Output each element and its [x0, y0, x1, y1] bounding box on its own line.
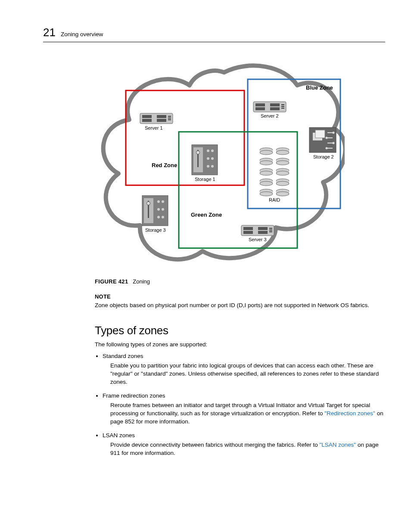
svg-point-32 [207, 165, 209, 168]
svg-point-61 [276, 150, 289, 155]
figure-caption: FIGURE 421 Zoning [95, 278, 385, 285]
green-zone-label: Green Zone [191, 212, 222, 218]
svg-point-40 [157, 208, 160, 211]
svg-rect-21 [269, 228, 272, 229]
svg-rect-6 [168, 118, 171, 118]
note-label: NOTE [95, 293, 385, 300]
server3-icon [241, 225, 274, 236]
bullet-list: Standard zones Enable you to partition y… [95, 353, 385, 457]
svg-point-58 [260, 150, 273, 155]
bullet-desc: Reroute frames between an initiator and … [110, 401, 385, 426]
svg-point-79 [276, 181, 289, 186]
svg-rect-3 [157, 115, 166, 118]
svg-point-33 [211, 165, 214, 168]
svg-rect-22 [269, 230, 272, 230]
svg-rect-7 [168, 119, 171, 120]
list-item: Frame redirection zones Reroute frames b… [103, 392, 385, 426]
svg-point-29 [211, 149, 214, 152]
svg-point-64 [260, 161, 273, 165]
storage2-icon [309, 128, 336, 152]
server2-icon [253, 102, 286, 112]
redirection-zones-link[interactable]: "Redirection zones" [324, 410, 375, 417]
raid-label: RAID [269, 197, 280, 202]
svg-point-82 [260, 192, 273, 196]
svg-rect-16 [241, 225, 274, 236]
svg-rect-10 [255, 107, 265, 110]
list-item: Standard zones Enable you to partition y… [103, 353, 385, 386]
section-heading: Types of zones [95, 324, 385, 337]
list-item: LSAN zones Provide device connectivity b… [103, 432, 385, 457]
storage2-label: Storage 2 [313, 154, 334, 159]
note-text: Zone objects based on physical port numb… [95, 302, 385, 309]
svg-rect-17 [243, 227, 253, 230]
chapter-title: Zoning overview [61, 31, 103, 37]
svg-point-50 [326, 137, 327, 139]
bullet-desc: Enable you to partition your fabric into… [110, 362, 385, 386]
svg-rect-15 [281, 108, 284, 109]
svg-rect-19 [258, 227, 268, 230]
page-header: 21 Zoning overview [43, 26, 385, 42]
svg-rect-20 [258, 231, 268, 234]
server2-label: Server 2 [261, 113, 279, 118]
figure-number: FIGURE 421 [95, 278, 128, 285]
svg-point-76 [260, 181, 273, 186]
storage1-icon [192, 145, 218, 175]
svg-point-31 [211, 157, 214, 160]
svg-point-43 [162, 216, 164, 218]
svg-point-73 [276, 171, 289, 175]
svg-point-38 [157, 200, 160, 203]
note-block: NOTE Zone objects based on physical port… [95, 293, 385, 309]
svg-point-37 [147, 202, 150, 205]
svg-point-54 [326, 148, 327, 149]
cloud-icon [103, 65, 345, 259]
bullet-desc: Provide device connectivity between fabr… [110, 441, 385, 457]
blue-zone-label: Blue Zone [306, 84, 333, 91]
red-zone-label: Red Zone [152, 162, 177, 168]
svg-point-48 [333, 132, 334, 134]
server1-icon [140, 113, 173, 124]
svg-rect-0 [140, 113, 173, 124]
svg-rect-2 [142, 119, 152, 122]
storage1-label: Storage 1 [195, 177, 215, 182]
storage3-label: Storage 3 [145, 227, 166, 233]
svg-point-70 [260, 171, 273, 175]
storage3-icon [142, 196, 168, 226]
svg-rect-9 [255, 103, 265, 106]
svg-rect-12 [270, 107, 280, 110]
section-intro: The following types of zones are support… [95, 341, 385, 348]
svg-point-67 [276, 161, 289, 165]
svg-rect-8 [253, 102, 286, 112]
svg-point-28 [207, 149, 209, 152]
figure-title: Zoning [133, 278, 150, 285]
lsan-zones-link[interactable]: "LSAN zones" [320, 442, 356, 448]
svg-rect-4 [157, 119, 166, 122]
svg-point-85 [276, 192, 289, 196]
svg-point-42 [157, 216, 160, 218]
zoning-diagram: Red Zone Blue Zone Green Zone Server 1 [95, 55, 345, 271]
svg-point-27 [196, 151, 200, 154]
svg-rect-5 [168, 116, 171, 117]
svg-rect-23 [269, 231, 272, 232]
chapter-number: 21 [43, 26, 56, 39]
svg-point-39 [162, 200, 164, 203]
svg-rect-13 [281, 104, 284, 105]
server1-label: Server 1 [145, 125, 163, 131]
svg-point-30 [207, 157, 209, 160]
figure-zoning: Red Zone Blue Zone Green Zone Server 1 [95, 55, 385, 285]
svg-point-52 [333, 143, 334, 144]
svg-rect-46 [315, 130, 325, 138]
svg-rect-14 [281, 106, 284, 107]
svg-rect-1 [142, 115, 152, 118]
bullet-title: Standard zones [103, 353, 143, 359]
svg-rect-18 [243, 231, 253, 234]
server3-label: Server 3 [249, 237, 267, 242]
svg-point-41 [162, 208, 164, 211]
svg-rect-11 [270, 103, 280, 106]
bullet-title: Frame redirection zones [103, 392, 165, 399]
bullet-title: LSAN zones [103, 432, 135, 439]
